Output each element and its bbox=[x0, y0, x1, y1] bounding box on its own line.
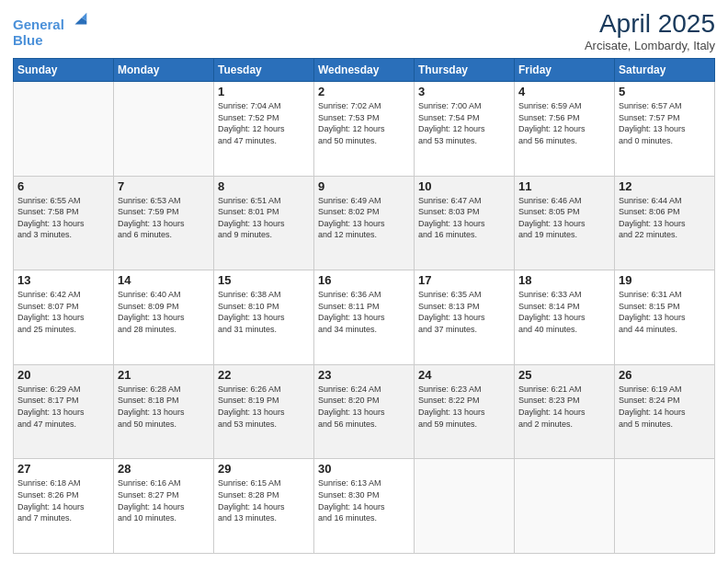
calendar-cell: 27Sunrise: 6:18 AM Sunset: 8:26 PM Dayli… bbox=[14, 459, 114, 554]
day-number: 30 bbox=[318, 462, 410, 476]
calendar-cell: 2Sunrise: 7:02 AM Sunset: 7:53 PM Daylig… bbox=[314, 82, 415, 177]
title-block: April 2025 Arcisate, Lombardy, Italy bbox=[585, 9, 715, 52]
day-info: Sunrise: 7:04 AM Sunset: 7:52 PM Dayligh… bbox=[218, 100, 310, 146]
day-info: Sunrise: 6:51 AM Sunset: 8:01 PM Dayligh… bbox=[218, 195, 310, 241]
day-info: Sunrise: 7:00 AM Sunset: 7:54 PM Dayligh… bbox=[418, 100, 510, 146]
day-info: Sunrise: 6:28 AM Sunset: 8:18 PM Dayligh… bbox=[118, 384, 210, 430]
calendar-cell: 16Sunrise: 6:36 AM Sunset: 8:11 PM Dayli… bbox=[314, 270, 415, 365]
header: General Blue April 2025 Arcisate, Lombar… bbox=[13, 9, 715, 52]
day-info: Sunrise: 6:55 AM Sunset: 7:58 PM Dayligh… bbox=[17, 195, 109, 241]
day-number: 25 bbox=[518, 368, 610, 382]
day-number: 6 bbox=[17, 179, 109, 193]
day-info: Sunrise: 6:18 AM Sunset: 8:26 PM Dayligh… bbox=[17, 477, 109, 523]
col-monday: Monday bbox=[114, 59, 214, 82]
calendar-cell: 26Sunrise: 6:19 AM Sunset: 8:24 PM Dayli… bbox=[615, 364, 715, 459]
day-info: Sunrise: 6:35 AM Sunset: 8:13 PM Dayligh… bbox=[418, 289, 510, 335]
calendar-cell: 14Sunrise: 6:40 AM Sunset: 8:09 PM Dayli… bbox=[114, 270, 214, 365]
location-subtitle: Arcisate, Lombardy, Italy bbox=[585, 39, 715, 52]
calendar-cell: 5Sunrise: 6:57 AM Sunset: 7:57 PM Daylig… bbox=[615, 82, 715, 177]
day-number: 18 bbox=[518, 273, 610, 287]
col-friday: Friday bbox=[515, 59, 615, 82]
calendar-cell bbox=[114, 82, 214, 177]
calendar-cell: 15Sunrise: 6:38 AM Sunset: 8:10 PM Dayli… bbox=[214, 270, 314, 365]
day-number: 26 bbox=[619, 368, 711, 382]
day-info: Sunrise: 6:53 AM Sunset: 7:59 PM Dayligh… bbox=[118, 195, 210, 241]
calendar-cell: 7Sunrise: 6:53 AM Sunset: 7:59 PM Daylig… bbox=[114, 176, 214, 270]
day-info: Sunrise: 6:26 AM Sunset: 8:19 PM Dayligh… bbox=[218, 384, 310, 430]
day-info: Sunrise: 6:49 AM Sunset: 8:02 PM Dayligh… bbox=[318, 195, 410, 241]
page: General Blue April 2025 Arcisate, Lombar… bbox=[0, 0, 728, 563]
day-info: Sunrise: 6:44 AM Sunset: 8:06 PM Dayligh… bbox=[619, 195, 711, 241]
day-number: 17 bbox=[418, 273, 510, 287]
calendar-cell: 28Sunrise: 6:16 AM Sunset: 8:27 PM Dayli… bbox=[114, 459, 214, 554]
calendar-cell bbox=[415, 459, 515, 554]
day-number: 9 bbox=[318, 179, 410, 193]
calendar-cell: 22Sunrise: 6:26 AM Sunset: 8:19 PM Dayli… bbox=[214, 364, 314, 459]
calendar-cell: 24Sunrise: 6:23 AM Sunset: 8:22 PM Dayli… bbox=[415, 364, 515, 459]
month-title: April 2025 bbox=[585, 9, 715, 39]
day-info: Sunrise: 7:02 AM Sunset: 7:53 PM Dayligh… bbox=[318, 100, 410, 146]
calendar-cell: 9Sunrise: 6:49 AM Sunset: 8:02 PM Daylig… bbox=[314, 176, 415, 270]
day-info: Sunrise: 6:47 AM Sunset: 8:03 PM Dayligh… bbox=[418, 195, 510, 241]
day-number: 12 bbox=[619, 179, 711, 193]
calendar-cell: 12Sunrise: 6:44 AM Sunset: 8:06 PM Dayli… bbox=[615, 176, 715, 270]
calendar-cell: 21Sunrise: 6:28 AM Sunset: 8:18 PM Dayli… bbox=[114, 364, 214, 459]
calendar: Sunday Monday Tuesday Wednesday Thursday… bbox=[13, 58, 715, 554]
day-info: Sunrise: 6:40 AM Sunset: 8:09 PM Dayligh… bbox=[118, 289, 210, 335]
day-number: 3 bbox=[418, 85, 510, 98]
logo: General Blue bbox=[13, 9, 90, 48]
day-number: 11 bbox=[518, 179, 610, 193]
col-saturday: Saturday bbox=[615, 59, 715, 82]
calendar-cell: 30Sunrise: 6:13 AM Sunset: 8:30 PM Dayli… bbox=[314, 459, 415, 554]
calendar-cell: 13Sunrise: 6:42 AM Sunset: 8:07 PM Dayli… bbox=[14, 270, 114, 365]
day-number: 5 bbox=[619, 85, 711, 98]
day-number: 4 bbox=[518, 85, 610, 98]
day-info: Sunrise: 6:21 AM Sunset: 8:23 PM Dayligh… bbox=[518, 384, 610, 430]
day-number: 14 bbox=[118, 273, 210, 287]
day-number: 28 bbox=[118, 462, 210, 476]
calendar-cell: 3Sunrise: 7:00 AM Sunset: 7:54 PM Daylig… bbox=[415, 82, 515, 177]
col-sunday: Sunday bbox=[14, 59, 114, 82]
calendar-cell bbox=[615, 459, 715, 554]
calendar-cell: 19Sunrise: 6:31 AM Sunset: 8:15 PM Dayli… bbox=[615, 270, 715, 365]
calendar-cell: 18Sunrise: 6:33 AM Sunset: 8:14 PM Dayli… bbox=[515, 270, 615, 365]
day-number: 22 bbox=[218, 368, 310, 382]
day-number: 7 bbox=[118, 179, 210, 193]
calendar-cell bbox=[515, 459, 615, 554]
calendar-cell: 6Sunrise: 6:55 AM Sunset: 7:58 PM Daylig… bbox=[14, 176, 114, 270]
day-info: Sunrise: 6:19 AM Sunset: 8:24 PM Dayligh… bbox=[619, 384, 711, 430]
day-info: Sunrise: 6:16 AM Sunset: 8:27 PM Dayligh… bbox=[118, 477, 210, 523]
day-number: 27 bbox=[17, 462, 109, 476]
day-number: 2 bbox=[318, 85, 410, 98]
day-info: Sunrise: 6:23 AM Sunset: 8:22 PM Dayligh… bbox=[418, 384, 510, 430]
day-info: Sunrise: 6:29 AM Sunset: 8:17 PM Dayligh… bbox=[17, 384, 109, 430]
col-tuesday: Tuesday bbox=[214, 59, 314, 82]
calendar-cell: 17Sunrise: 6:35 AM Sunset: 8:13 PM Dayli… bbox=[415, 270, 515, 365]
logo-icon bbox=[70, 9, 90, 29]
day-number: 1 bbox=[218, 85, 310, 98]
day-number: 24 bbox=[418, 368, 510, 382]
day-info: Sunrise: 6:13 AM Sunset: 8:30 PM Dayligh… bbox=[318, 477, 410, 523]
calendar-cell: 20Sunrise: 6:29 AM Sunset: 8:17 PM Dayli… bbox=[14, 364, 114, 459]
day-info: Sunrise: 6:33 AM Sunset: 8:14 PM Dayligh… bbox=[518, 289, 610, 335]
header-row: Sunday Monday Tuesday Wednesday Thursday… bbox=[14, 59, 715, 82]
day-info: Sunrise: 6:57 AM Sunset: 7:57 PM Dayligh… bbox=[619, 100, 711, 146]
day-info: Sunrise: 6:59 AM Sunset: 7:56 PM Dayligh… bbox=[518, 100, 610, 146]
col-thursday: Thursday bbox=[415, 59, 515, 82]
day-info: Sunrise: 6:15 AM Sunset: 8:28 PM Dayligh… bbox=[218, 477, 310, 523]
calendar-cell: 11Sunrise: 6:46 AM Sunset: 8:05 PM Dayli… bbox=[515, 176, 615, 270]
day-info: Sunrise: 6:31 AM Sunset: 8:15 PM Dayligh… bbox=[619, 289, 711, 335]
day-number: 20 bbox=[17, 368, 109, 382]
calendar-cell: 1Sunrise: 7:04 AM Sunset: 7:52 PM Daylig… bbox=[214, 82, 314, 177]
calendar-cell: 10Sunrise: 6:47 AM Sunset: 8:03 PM Dayli… bbox=[415, 176, 515, 270]
day-number: 10 bbox=[418, 179, 510, 193]
calendar-cell: 8Sunrise: 6:51 AM Sunset: 8:01 PM Daylig… bbox=[214, 176, 314, 270]
calendar-cell: 4Sunrise: 6:59 AM Sunset: 7:56 PM Daylig… bbox=[515, 82, 615, 177]
day-info: Sunrise: 6:24 AM Sunset: 8:20 PM Dayligh… bbox=[318, 384, 410, 430]
logo-blue: Blue bbox=[13, 33, 90, 49]
day-info: Sunrise: 6:46 AM Sunset: 8:05 PM Dayligh… bbox=[518, 195, 610, 241]
day-number: 13 bbox=[17, 273, 109, 287]
day-number: 21 bbox=[118, 368, 210, 382]
day-info: Sunrise: 6:42 AM Sunset: 8:07 PM Dayligh… bbox=[17, 289, 109, 335]
day-number: 23 bbox=[318, 368, 410, 382]
